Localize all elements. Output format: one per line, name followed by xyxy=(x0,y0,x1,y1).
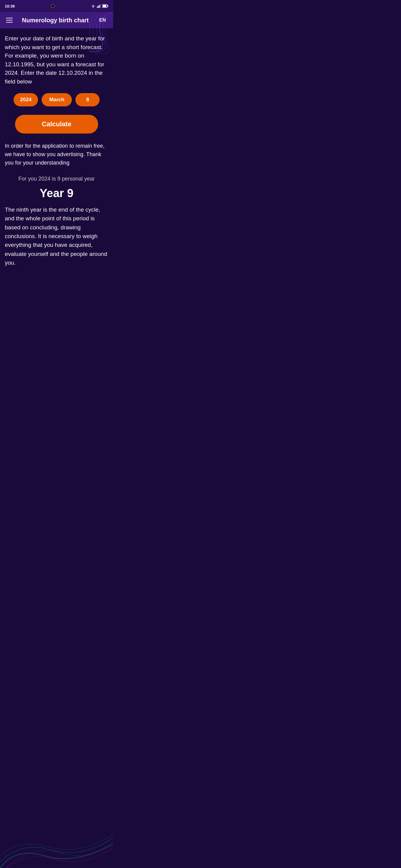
personal-year-subtitle: For you 2024 is 9 personal year xyxy=(5,176,108,182)
menu-button[interactable] xyxy=(5,17,14,24)
svg-rect-2 xyxy=(99,5,100,8)
status-icons xyxy=(91,4,108,8)
battery-icon xyxy=(102,4,108,8)
ad-notice-text: In order for the application to remain f… xyxy=(5,142,108,167)
wifi-icon xyxy=(91,4,96,8)
page-title: Numerology birth chart xyxy=(14,17,97,24)
date-selectors: 2024 March 8 xyxy=(5,93,108,106)
camera-notch xyxy=(51,4,55,8)
svg-rect-3 xyxy=(100,4,101,8)
time-display: 10:36 xyxy=(5,4,15,8)
svg-rect-1 xyxy=(98,6,99,8)
language-button[interactable]: EN xyxy=(97,16,108,24)
year-description: The ninth year is the end of the cycle, … xyxy=(5,205,108,267)
status-time: 10:36 xyxy=(5,4,15,8)
signal-icon xyxy=(97,4,101,8)
year-selector[interactable]: 2024 xyxy=(13,93,38,106)
svg-rect-6 xyxy=(103,5,107,7)
status-bar: 10:36 xyxy=(0,0,113,12)
calculate-button[interactable]: Calculate xyxy=(15,115,98,133)
year-heading: Year 9 xyxy=(5,187,108,200)
main-content: Enter your date of birth and the year fo… xyxy=(0,28,113,273)
app-header: Numerology birth chart EN xyxy=(0,12,113,28)
month-selector[interactable]: March xyxy=(41,93,72,106)
description-text: Enter your date of birth and the year fo… xyxy=(5,34,108,86)
day-selector[interactable]: 8 xyxy=(76,93,99,106)
svg-rect-0 xyxy=(97,7,98,8)
svg-rect-5 xyxy=(108,5,108,7)
